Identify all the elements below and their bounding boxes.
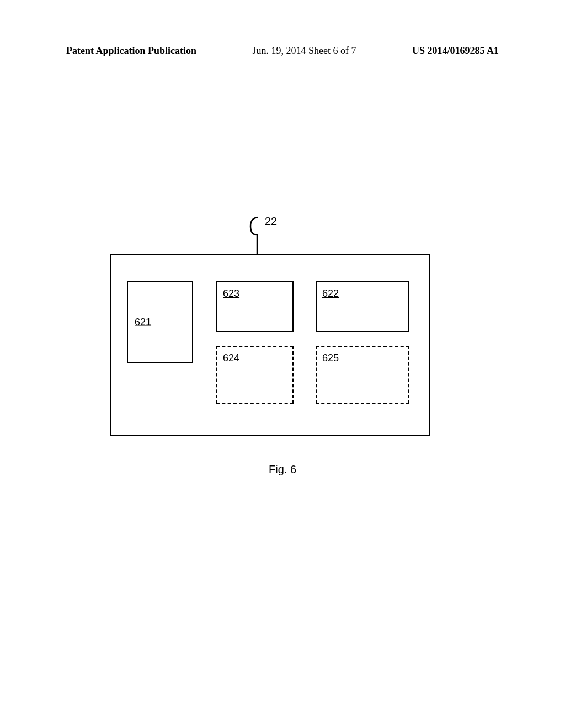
page-header: Patent Application Publication Jun. 19, … bbox=[0, 45, 565, 57]
block-623: 623 bbox=[216, 281, 294, 332]
diagram-figure: 22 621 622 623 624 625 bbox=[110, 232, 430, 441]
block-label: 625 bbox=[322, 352, 339, 364]
header-publication-number: US 2014/0169285 A1 bbox=[412, 45, 499, 57]
pointer-hook-icon bbox=[247, 216, 264, 255]
block-label: 622 bbox=[322, 288, 339, 299]
block-label: 623 bbox=[223, 288, 239, 299]
block-622: 622 bbox=[316, 281, 409, 332]
container-reference-number: 22 bbox=[265, 215, 277, 228]
block-621: 621 bbox=[127, 281, 193, 363]
container-box-22: 621 622 623 624 625 bbox=[110, 254, 430, 436]
block-label: 624 bbox=[223, 352, 239, 364]
header-date-sheet: Jun. 19, 2014 Sheet 6 of 7 bbox=[253, 45, 356, 57]
figure-caption: Fig. 6 bbox=[0, 463, 565, 476]
header-publication-type: Patent Application Publication bbox=[66, 45, 196, 57]
block-624: 624 bbox=[216, 346, 294, 404]
block-625: 625 bbox=[316, 346, 409, 404]
block-label: 621 bbox=[135, 317, 151, 328]
